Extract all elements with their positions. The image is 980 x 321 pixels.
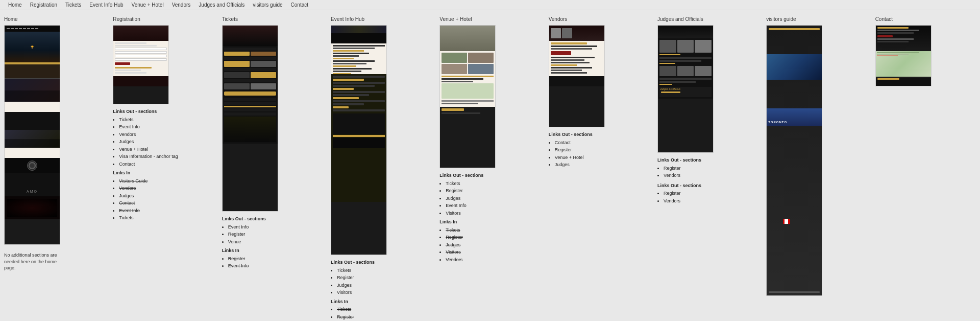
venue-link-out-event-info: Event Info xyxy=(446,202,483,210)
judges-annotations: Links Out - sections Register Vendors Li… xyxy=(657,157,701,207)
tickets-section: Tickets xyxy=(218,14,327,274)
main-content: Home 🏆 AMO No additional sections are ne… xyxy=(0,10,980,321)
tickets-link-out-register: Register xyxy=(228,231,266,238)
home-note: No additional sections are needed here o… xyxy=(4,252,60,271)
vendors-link-out-judges: Judges xyxy=(555,162,593,169)
reg-link-in-visitors: Visitors Guide xyxy=(119,178,178,185)
event-info-title: Event Info Hub xyxy=(331,16,364,22)
reg-link-in-contact: Contact xyxy=(119,200,178,207)
contact-thumbnail xyxy=(875,25,932,86)
reg-link-in-judges: Judges xyxy=(119,193,178,200)
reg-links-in-title: Links In xyxy=(113,170,178,177)
home-thumbnail: 🏆 AMO xyxy=(4,25,60,245)
tickets-thumbnail xyxy=(222,25,278,212)
nav-visitors-guide[interactable]: visitors guide xyxy=(249,1,286,9)
nav-registration[interactable]: Registration xyxy=(26,1,61,9)
venue-link-in-register: Register xyxy=(446,234,483,241)
judges-section: Judges and Officials Judges & Officials xyxy=(653,14,762,209)
venue-link-in-tickets: Tickets xyxy=(446,227,483,234)
vendors-section: Vendors xyxy=(545,14,653,173)
tickets-link-out-event-info: Event Info xyxy=(228,224,266,231)
tickets-links-out-list: Event Info Register Venue xyxy=(222,224,266,246)
home-title: Home xyxy=(4,16,18,22)
judges-links-out-list2: Register Vendors xyxy=(657,190,701,204)
reg-link-out-contact: Contact xyxy=(119,161,178,168)
tickets-link-in-event-info: Event Info xyxy=(228,263,266,270)
event-info-thumbnail xyxy=(331,25,387,255)
judges-links-out-title1: Links Out - sections xyxy=(657,157,701,164)
event-info-annotations: Links Out - sections Tickets Register Ju… xyxy=(331,259,375,321)
judges-links-out-title2: Links Out - sections xyxy=(657,182,701,190)
reg-link-out-judges: Judges xyxy=(119,139,178,146)
nav-home[interactable]: Home xyxy=(4,1,26,9)
tickets-links-out-title: Links Out - sections xyxy=(222,216,266,223)
vendors-links-out-title: Links Out - sections xyxy=(549,131,593,139)
reg-link-out-event-info: Event Info xyxy=(119,124,178,131)
nav-judges[interactable]: Judges and Officials xyxy=(194,1,249,9)
reg-link-out-visa: Visa Information - anchor tag xyxy=(119,153,178,161)
venue-links-out-list: Tickets Register Judges Event Info Visit… xyxy=(439,180,483,217)
reg-links-out-title: Links Out - sections xyxy=(113,108,178,116)
event-link-out-tickets: Tickets xyxy=(337,267,375,274)
tickets-title: Tickets xyxy=(222,16,238,22)
venue-link-out-register: Register xyxy=(446,188,483,195)
vendors-title: Vendors xyxy=(549,16,568,22)
visitors-thumbnail: TORONTO Visito xyxy=(766,25,822,296)
registration-annotations: Links Out - sections Tickets Event Info … xyxy=(113,108,178,224)
tickets-links-in-list: Register Event Info xyxy=(222,256,266,270)
judges-title: Judges and Officials xyxy=(657,16,703,22)
top-navigation: Home Registration Tickets Event Info Hub… xyxy=(0,0,980,10)
venue-link-in-visitors: Visitors xyxy=(446,249,483,256)
nav-venue-hotel[interactable]: Venue + Hotel xyxy=(128,1,168,9)
event-link-in-tickets: Tickets xyxy=(337,306,375,313)
reg-link-in-vendors: Vendors xyxy=(119,185,178,192)
event-link-out-visitors: Visitors xyxy=(337,289,375,296)
venue-links-in-title: Links In xyxy=(439,219,483,226)
venue-link-out-tickets: Tickets xyxy=(446,180,483,188)
tickets-link-out-venue: Venue xyxy=(228,239,266,246)
judges-thumbnail: Judges & Officials xyxy=(657,25,714,153)
venue-thumbnail xyxy=(439,25,496,168)
nav-event-info-hub[interactable]: Event Info Hub xyxy=(85,1,127,9)
visitors-title: visitors guide xyxy=(766,16,796,22)
event-link-out-register: Register xyxy=(337,274,375,282)
venue-links-out-title: Links Out - sections xyxy=(439,172,483,179)
vendors-annotations: Links Out - sections Contact Register Ve… xyxy=(549,131,593,171)
event-links-out-list: Tickets Register Judges Visitors xyxy=(331,267,375,296)
reg-link-in-tickets: Tickets xyxy=(119,215,178,222)
venue-links-in-list: Tickets Register Judges Visitors Vendors xyxy=(439,227,483,264)
event-info-section: Event Info Hub xyxy=(327,14,435,321)
reg-link-out-tickets: Tickets xyxy=(119,117,178,124)
tickets-link-in-register: Register xyxy=(228,256,266,263)
venue-link-out-judges: Judges xyxy=(446,195,483,202)
venue-title: Venue + Hotel xyxy=(439,16,472,22)
judges-links-out-list1: Register Vendors xyxy=(657,165,701,179)
reg-links-in-list: Visitors Guide Vendors Judges Contact Ev… xyxy=(113,178,178,222)
venue-link-out-visitors: Visitors xyxy=(446,210,483,217)
venue-link-in-vendors: Vendors xyxy=(446,257,483,264)
registration-thumbnail xyxy=(113,25,169,104)
event-links-out-title: Links Out - sections xyxy=(331,259,375,266)
event-link-in-register: Register xyxy=(337,314,375,321)
judges-link-out-vendors1: Vendors xyxy=(664,172,701,179)
registration-section: Registration Links Out - sections Tic xyxy=(109,14,217,226)
vendors-link-out-venue: Venue + Hotel xyxy=(555,154,593,162)
nav-contact[interactable]: Contact xyxy=(287,1,312,9)
nav-vendors[interactable]: Vendors xyxy=(168,1,195,9)
reg-link-in-event-info: Event Info xyxy=(119,208,178,215)
venue-annotations: Links Out - sections Tickets Register Ju… xyxy=(439,172,483,265)
judges-link-out-register2: Register xyxy=(664,190,701,197)
reg-link-out-vendors: Vendors xyxy=(119,131,178,139)
contact-title: Contact xyxy=(875,16,893,22)
judges-link-out-register1: Register xyxy=(664,165,701,172)
reg-links-out-list: Tickets Event Info Vendors Judges Venue … xyxy=(113,117,178,168)
venue-link-in-judges: Judges xyxy=(446,242,483,249)
vendors-links-out-list: Contact Register Venue + Hotel Judges xyxy=(549,140,593,169)
event-links-in-list: Tickets Register Judges Visitors Vendors xyxy=(331,306,375,321)
event-link-out-judges: Judges xyxy=(337,282,375,289)
nav-tickets[interactable]: Tickets xyxy=(61,1,85,9)
visitors-section: visitors guide xyxy=(762,14,871,302)
vendors-thumbnail xyxy=(549,25,605,127)
event-links-in-title: Links In xyxy=(331,299,375,306)
contact-section: Contact xyxy=(871,14,980,93)
